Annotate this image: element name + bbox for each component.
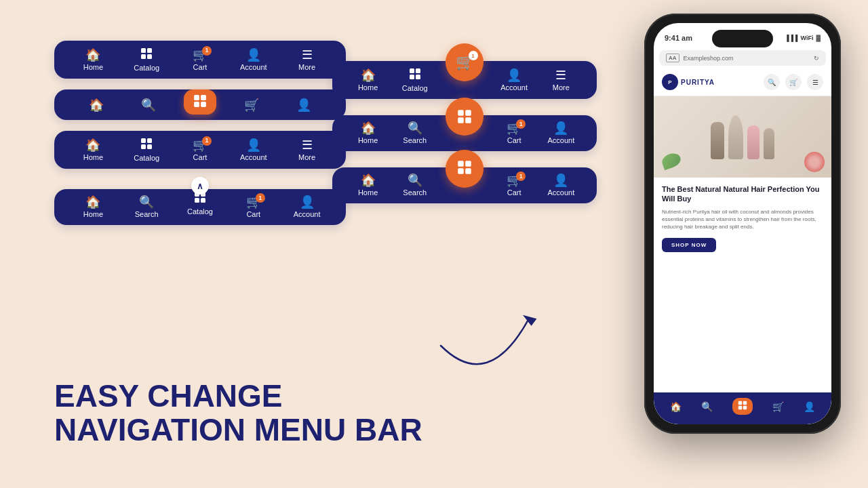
mbar2-account[interactable]: 👤 Account xyxy=(545,122,577,144)
mbar3-search[interactable]: 🔍 Search xyxy=(399,174,431,197)
nav-catalog-1[interactable]: Catalog xyxy=(130,47,163,72)
mbar2-cart[interactable]: 🛒 Cart xyxy=(498,122,530,144)
nav-account-1[interactable]: 👤 Account xyxy=(237,49,270,71)
svg-rect-7 xyxy=(201,102,206,107)
nav-bar-2: 🏠 🔍 🛒 👤 xyxy=(54,89,346,120)
more-icon-m1: ☰ xyxy=(555,69,566,81)
product-content: The Best Natural Natural Hair Perfection… xyxy=(654,178,831,256)
nav-bar-4: ∧ 🏠 Home 🔍 Search Catalog 🛒 Cart 👤 Accou… xyxy=(54,189,346,225)
nav-home-2[interactable]: 🏠 xyxy=(80,99,113,111)
cart-icon: 🛒 xyxy=(193,49,208,61)
nav-account-2[interactable]: 👤 xyxy=(288,99,320,111)
nav-search-2[interactable]: 🔍 xyxy=(132,99,165,111)
cart-icon-shop[interactable]: 🛒 xyxy=(785,74,802,90)
svg-rect-14 xyxy=(195,198,199,203)
cart-icon-3: 🛒 xyxy=(193,139,208,151)
mbar3-home[interactable]: 🏠 Home xyxy=(352,174,384,197)
headline-line2: NAVIGATION MENU BAR xyxy=(54,413,422,447)
search-icon-m2: 🔍 xyxy=(408,122,422,134)
phone-screen: 9:41 am ▐▐▐ WiFi ▓ AA Exampleshop.com ↻ … xyxy=(654,23,831,424)
more-icon: ☰ xyxy=(302,49,313,61)
search-icon-2: 🔍 xyxy=(141,99,156,111)
nav-cart-4[interactable]: 🛒 Cart xyxy=(237,196,270,218)
svg-rect-32 xyxy=(743,406,747,409)
bottle-2 xyxy=(728,115,743,159)
wifi-icon: WiFi xyxy=(801,35,814,41)
phone-nav-account[interactable]: 👤 xyxy=(804,401,815,412)
svg-rect-27 xyxy=(465,168,471,174)
phone-nav-cart[interactable]: 🛒 xyxy=(772,401,784,412)
cart-icon-2: 🛒 xyxy=(244,99,259,111)
nav-account-3[interactable]: 👤 Account xyxy=(237,139,270,161)
svg-rect-15 xyxy=(201,198,205,203)
bottle-3 xyxy=(747,125,760,159)
mbar3-cart[interactable]: 🛒 Cart xyxy=(498,174,530,197)
nav-home-3[interactable]: 🏠 Home xyxy=(77,139,109,161)
home-icon-2: 🏠 xyxy=(89,99,104,111)
nav-cart-3[interactable]: 🛒 Cart xyxy=(184,139,216,161)
mbar1-more[interactable]: ☰ More xyxy=(545,69,577,92)
search-icon-shop[interactable]: 🔍 xyxy=(764,74,780,90)
svg-rect-8 xyxy=(141,138,146,143)
home-icon-3: 🏠 xyxy=(85,139,100,151)
svg-marker-28 xyxy=(523,310,538,327)
phone-cart-icon: 🛒 xyxy=(772,401,784,412)
nav-home-1[interactable]: 🏠 Home xyxy=(77,49,109,71)
nav-home-4[interactable]: 🏠 Home xyxy=(77,196,109,218)
phone-bottom-nav: 🏠 🔍 🛒 👤 xyxy=(654,392,831,424)
svg-rect-0 xyxy=(141,48,146,53)
svg-rect-18 xyxy=(410,75,414,79)
phone-nav-search[interactable]: 🔍 xyxy=(701,401,713,412)
mbar2-home[interactable]: 🏠 Home xyxy=(352,122,384,144)
mbar1-home[interactable]: 🏠 Home xyxy=(352,69,384,92)
svg-rect-22 xyxy=(458,117,464,123)
home-icon-m1: 🏠 xyxy=(361,69,376,81)
nav-search-4[interactable]: 🔍 Search xyxy=(130,196,163,218)
phone-nav-catalog-active[interactable] xyxy=(732,398,753,415)
headline-section: EASY CHANGE NAVIGATION MENU BAR xyxy=(54,379,422,447)
svg-rect-4 xyxy=(194,95,199,100)
product-description: Nutrient-rich Puritya hair oil with coco… xyxy=(662,208,823,231)
phone-nav-home[interactable]: 🏠 xyxy=(670,401,682,412)
nav-cart-2[interactable]: 🛒 xyxy=(235,99,268,111)
home-icon-m2: 🏠 xyxy=(361,122,376,134)
svg-rect-5 xyxy=(201,95,206,100)
bottle-1 xyxy=(711,122,724,159)
svg-rect-21 xyxy=(465,110,471,116)
account-icon-4: 👤 xyxy=(300,196,315,208)
mbar3-account[interactable]: 👤 Account xyxy=(545,174,577,197)
nav-cart-1[interactable]: 🛒 Cart xyxy=(184,49,216,71)
svg-rect-25 xyxy=(465,161,471,167)
svg-rect-2 xyxy=(141,54,146,59)
shop-now-button[interactable]: SHOP NOW xyxy=(662,238,716,252)
elevated-catalog-icon-3 xyxy=(446,150,484,188)
svg-rect-16 xyxy=(410,68,414,73)
nav-account-4[interactable]: 👤 Account xyxy=(291,196,323,218)
catalog-icon xyxy=(140,47,153,62)
svg-rect-11 xyxy=(147,144,152,149)
menu-icon-shop[interactable]: ☰ xyxy=(807,74,823,90)
reader-mode-icon: AA xyxy=(666,54,679,62)
nav-bar-3: 🏠 Home Catalog 🛒 Cart 👤 Account ☰ More xyxy=(54,131,346,169)
left-nav-previews: 🏠 Home Catalog 🛒 Cart 👤 Account ☰ More 🏠… xyxy=(54,41,346,236)
product-bottles xyxy=(704,108,781,166)
account-icon-m3: 👤 xyxy=(553,174,568,186)
mbar1-catalog[interactable]: Catalog xyxy=(399,68,431,92)
shop-header: P PURITYA 🔍 🛒 ☰ xyxy=(654,68,831,96)
browser-bar[interactable]: AA Exampleshop.com ↻ xyxy=(659,50,826,66)
phone-account-icon: 👤 xyxy=(804,401,815,412)
search-icon-4: 🔍 xyxy=(139,196,154,208)
phone-home-icon: 🏠 xyxy=(670,401,682,412)
catalog-icon-m1 xyxy=(409,68,421,82)
cart-icon-m2: 🛒 xyxy=(507,122,521,134)
nav-more-3[interactable]: ☰ More xyxy=(291,139,323,161)
nav-bar-1: 🏠 Home Catalog 🛒 Cart 👤 Account ☰ More xyxy=(54,41,346,79)
middle-nav-previews: 🛒 1 🏠 Home Catalog 👤 Account ☰ More xyxy=(332,41,597,220)
mbar2-search[interactable]: 🔍 Search xyxy=(399,122,431,144)
nav-catalog-2-active[interactable] xyxy=(184,89,216,115)
nav-catalog-3[interactable]: Catalog xyxy=(130,138,163,162)
account-icon: 👤 xyxy=(246,49,261,61)
home-icon: 🏠 xyxy=(85,49,100,61)
mbar1-account[interactable]: 👤 Account xyxy=(498,69,530,92)
nav-more-1[interactable]: ☰ More xyxy=(291,49,323,71)
